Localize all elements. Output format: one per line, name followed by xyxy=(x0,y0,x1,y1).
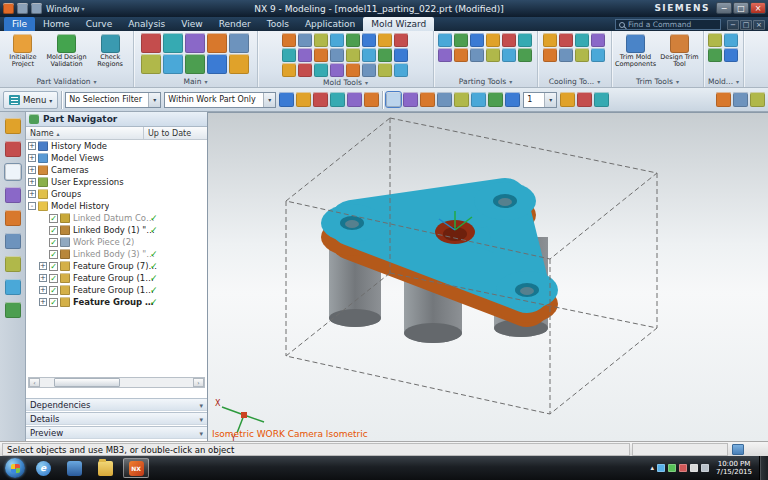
scroll-right-icon[interactable]: › xyxy=(193,378,204,387)
parting-tool-icon-8[interactable] xyxy=(454,48,468,62)
ribbon-tab-mold-wizard[interactable]: Mold Wizard xyxy=(363,17,434,31)
initialize-project-button[interactable]: Initialize Project xyxy=(2,33,44,68)
mold-drawing-icon-2[interactable] xyxy=(724,33,738,47)
cooling-tool-icon-6[interactable] xyxy=(559,48,573,62)
expander-icon[interactable]: + xyxy=(28,142,36,150)
start-button[interactable] xyxy=(5,458,25,478)
suppress-checkbox-icon[interactable] xyxy=(49,274,58,283)
point-on-curve-snap-icon[interactable] xyxy=(505,92,520,107)
tree-item[interactable]: +Feature Group (19) "... xyxy=(26,296,207,308)
main-tool-icon-4[interactable] xyxy=(207,33,227,53)
minimize-button[interactable]: − xyxy=(716,2,732,14)
tree-item[interactable]: +Cameras xyxy=(26,164,207,176)
show-hide-icon[interactable] xyxy=(560,92,575,107)
design-trim-tool-button[interactable]: Design Trim Tool xyxy=(659,33,701,68)
mold-tool-icon-10[interactable] xyxy=(298,48,312,62)
select-all-icon[interactable] xyxy=(296,92,311,107)
snap-point-toggle-icon[interactable] xyxy=(279,92,294,107)
tree-item[interactable]: Linked Body (3) "UM... xyxy=(26,248,207,260)
cooling-tool-icon-4[interactable] xyxy=(591,33,605,47)
ribbon-tab-render[interactable]: Render xyxy=(211,17,259,31)
parting-tool-icon-7[interactable] xyxy=(438,48,452,62)
main-tool-icon-7[interactable] xyxy=(163,54,183,74)
arc-center-snap-icon[interactable] xyxy=(454,92,469,107)
tree-item[interactable]: Work Piece (2) xyxy=(26,236,207,248)
file-explorer-taskbar-icon[interactable] xyxy=(92,458,118,478)
ribbon-group-label[interactable]: Mold Tools xyxy=(258,77,433,87)
cooling-tool-icon-5[interactable] xyxy=(543,48,557,62)
column-header-up-to-date[interactable]: Up to Date xyxy=(144,129,207,138)
mold-tool-icon-19[interactable] xyxy=(314,63,328,77)
parting-tool-icon-9[interactable] xyxy=(470,48,484,62)
expander-icon[interactable]: - xyxy=(28,202,36,210)
find-command-input[interactable]: Find a Command xyxy=(615,19,721,30)
select-body-icon[interactable] xyxy=(347,92,362,107)
cooling-tool-icon-7[interactable] xyxy=(575,48,589,62)
mold-tool-icon-21[interactable] xyxy=(346,63,360,77)
main-tool-icon-8[interactable] xyxy=(185,54,205,74)
mold-tool-icon-14[interactable] xyxy=(362,48,376,62)
mold-tool-icon-1[interactable] xyxy=(282,33,296,47)
tree-item[interactable]: Linked Body (1) "UM... xyxy=(26,224,207,236)
taskbar-clock[interactable]: 10:00 PM 7/15/2015 xyxy=(716,460,752,476)
mold-tool-icon-12[interactable] xyxy=(330,48,344,62)
mold-tool-icon-8[interactable] xyxy=(394,33,408,47)
mold-drawing-icon-4[interactable] xyxy=(724,48,738,62)
network-icon[interactable] xyxy=(690,464,698,472)
volume-icon[interactable] xyxy=(701,464,709,472)
selection-scope-dropdown[interactable]: Within Work Part Only xyxy=(164,92,276,108)
tree-item[interactable]: +Model Views xyxy=(26,152,207,164)
control-point-snap-icon[interactable] xyxy=(420,92,435,107)
end-point-snap-icon[interactable] xyxy=(386,92,401,107)
main-tool-icon-6[interactable] xyxy=(141,54,161,74)
chevron-down-icon[interactable] xyxy=(263,93,275,107)
tray-icon-2[interactable] xyxy=(668,464,676,472)
redo-icon[interactable] xyxy=(31,3,42,14)
tray-icon-1[interactable] xyxy=(657,464,665,472)
highlight-hidden-edges-icon[interactable] xyxy=(364,92,379,107)
web-browser-icon[interactable] xyxy=(5,233,21,249)
main-tool-icon-5[interactable] xyxy=(229,33,249,53)
main-tool-icon-3[interactable] xyxy=(185,33,205,53)
tree-item[interactable]: +Feature Group (7) "p... xyxy=(26,260,207,272)
cooling-tool-icon-1[interactable] xyxy=(543,33,557,47)
constraint-navigator-icon[interactable] xyxy=(5,141,21,157)
user-interface-preferences-icon[interactable] xyxy=(750,92,765,107)
intersection-snap-icon[interactable] xyxy=(437,92,452,107)
chevron-down-icon[interactable] xyxy=(148,93,160,107)
menu-button[interactable]: Menu xyxy=(3,91,58,109)
ribbon-group-label[interactable]: Parting Tools xyxy=(434,76,537,87)
parting-tool-icon-2[interactable] xyxy=(454,33,468,47)
expander-icon[interactable]: + xyxy=(39,262,47,270)
tree-item[interactable]: -Model History xyxy=(26,200,207,212)
show-desktop-button[interactable] xyxy=(759,456,768,480)
tree-item[interactable]: +Feature Group (15) "... xyxy=(26,284,207,296)
status-grid-icon[interactable] xyxy=(732,444,744,455)
mold-tool-icon-13[interactable] xyxy=(346,48,360,62)
window-cascade-icon[interactable] xyxy=(716,92,731,107)
suppress-checkbox-icon[interactable] xyxy=(49,286,58,295)
parting-tool-icon-6[interactable] xyxy=(518,33,532,47)
ribbon-tab-tools[interactable]: Tools xyxy=(259,17,297,31)
mold-tool-icon-6[interactable] xyxy=(362,33,376,47)
reuse-library-icon[interactable] xyxy=(5,187,21,203)
roles-icon[interactable] xyxy=(5,302,21,318)
expander-icon[interactable]: + xyxy=(28,166,36,174)
window-menu[interactable]: Window xyxy=(46,4,85,14)
mold-tool-icon-23[interactable] xyxy=(378,63,392,77)
main-tool-icon-1[interactable] xyxy=(141,33,161,53)
ribbon-group-label[interactable]: Part Validation xyxy=(0,76,133,87)
mold-drawing-icon-1[interactable] xyxy=(708,33,722,47)
ribbon-group-label[interactable]: Trim Tools xyxy=(612,76,703,87)
dependencies-section[interactable]: Dependencies xyxy=(26,398,207,411)
expander-icon[interactable]: + xyxy=(39,274,47,282)
mold-tool-icon-22[interactable] xyxy=(362,63,376,77)
mold-tool-icon-16[interactable] xyxy=(394,48,408,62)
cooling-tool-icon-3[interactable] xyxy=(575,33,589,47)
tree-item[interactable]: +Feature Group (11) "... xyxy=(26,272,207,284)
suppress-checkbox-icon[interactable] xyxy=(49,250,58,259)
undo-icon[interactable] xyxy=(17,3,28,14)
tray-icon-3[interactable] xyxy=(679,464,687,472)
mold-design-validation-button[interactable]: Mold Design Validation xyxy=(46,33,88,68)
assembly-navigator-icon[interactable] xyxy=(5,118,21,134)
